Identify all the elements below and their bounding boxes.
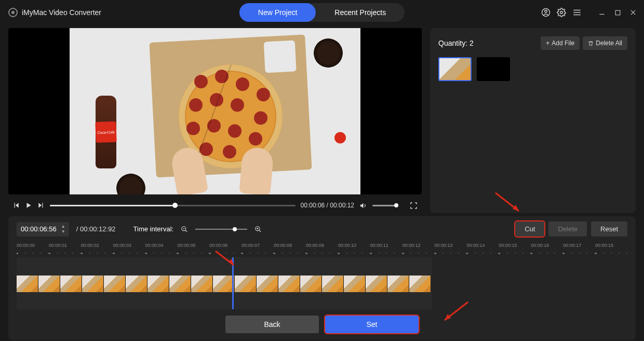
filmstrip-frame <box>38 276 60 292</box>
quantity-label: Quantity: 2 <box>438 39 474 47</box>
tab-new-project[interactable]: New Project <box>239 3 316 22</box>
ruler-tick: 00:00:11 <box>370 243 403 255</box>
filmstrip-frame <box>322 276 344 292</box>
ruler-tick: 00:00:16 <box>531 243 563 255</box>
titlebar: iMyMac Video Converter New Project Recen… <box>0 0 644 25</box>
time-step-down[interactable]: ▼ <box>60 229 67 234</box>
ruler-tick: 00:00:07 <box>242 243 274 255</box>
delete-button[interactable]: Delete <box>548 221 587 237</box>
progress-thumb[interactable] <box>172 203 178 208</box>
clip-thumbnail-1[interactable] <box>438 57 472 81</box>
window-controls <box>541 8 638 17</box>
filmstrip-frame <box>213 276 235 292</box>
fullscreen-icon[interactable] <box>410 202 418 209</box>
interval-thumb[interactable] <box>233 227 237 231</box>
time-step-up[interactable]: ▲ <box>60 224 67 229</box>
annotation-arrow-3 <box>493 190 524 216</box>
time-input-value: 00:00:06:56 <box>21 225 57 233</box>
total-duration: / 00:00:12:92 <box>76 225 116 233</box>
interval-label: Time interval: <box>133 225 174 233</box>
time-input[interactable]: 00:00:06:56 ▲ ▼ <box>17 222 69 237</box>
zoom-out-icon[interactable] <box>181 226 188 233</box>
filmstrip-frame <box>17 276 38 292</box>
bottle-label: Coca-Cola <box>95 121 116 142</box>
ruler-tick: 00:00:18 <box>595 243 627 255</box>
ruler-tick: 00:00:15 <box>499 243 531 255</box>
svg-line-14 <box>259 230 261 232</box>
filmstrip-frame <box>60 276 82 292</box>
ruler-tick: 00:00:14 <box>466 243 499 255</box>
svg-rect-7 <box>615 10 620 15</box>
add-file-button[interactable]: + Add File <box>541 36 580 50</box>
video-preview[interactable]: Coca-Cola <box>8 28 422 194</box>
ruler-tick: 00:00:02 <box>81 243 113 255</box>
filmstrip-frame <box>300 276 322 292</box>
menu-icon[interactable] <box>572 8 582 17</box>
filmstrip-frame <box>104 276 126 292</box>
filmstrip-frame <box>257 276 278 292</box>
filmstrip-frame <box>126 276 147 292</box>
filmstrip-frame <box>82 276 104 292</box>
annotation-arrow-1 <box>213 248 239 269</box>
volume-track[interactable] <box>372 205 398 206</box>
app-logo-icon <box>8 8 18 17</box>
next-frame-button[interactable] <box>37 202 45 209</box>
tab-recent-projects[interactable]: Recent Projects <box>316 3 405 22</box>
preview-column: Coca-Cola 00:00:06 / 00:00:12 <box>8 28 422 213</box>
ruler-tick: 00:00:17 <box>563 243 595 255</box>
time-display: 00:00:06 / 00:00:12 <box>301 202 354 209</box>
volume-icon[interactable] <box>359 202 367 209</box>
svg-line-11 <box>185 230 187 232</box>
ruler-tick: 00:00:00 <box>17 243 49 255</box>
filmstrip-frame <box>235 276 257 292</box>
ruler-tick: 00:00:04 <box>145 243 178 255</box>
ruler-tick: 00:00:08 <box>274 243 306 255</box>
filmstrip-frame <box>344 276 366 292</box>
filmstrip <box>17 276 431 292</box>
trash-icon <box>588 41 594 46</box>
ruler-tick: 00:00:01 <box>49 243 81 255</box>
ruler-tick: 00:00:03 <box>113 243 145 255</box>
filmstrip-frame <box>191 276 213 292</box>
prev-frame-button[interactable] <box>12 202 20 209</box>
zoom-in-icon[interactable] <box>254 226 262 233</box>
account-icon[interactable] <box>541 8 551 17</box>
close-icon[interactable] <box>628 8 638 17</box>
video-frame-content: Coca-Cola <box>70 28 360 194</box>
delete-all-button[interactable]: Delete All <box>583 36 627 50</box>
ruler-tick: 00:00:05 <box>177 243 209 255</box>
minimize-icon[interactable] <box>597 8 607 17</box>
svg-point-2 <box>560 11 563 14</box>
ruler-tick: 00:00:10 <box>338 243 370 255</box>
filmstrip-frame <box>278 276 300 292</box>
interval-slider[interactable] <box>195 229 247 230</box>
ruler-tick: 00:00:12 <box>403 243 435 255</box>
timeline-editor: 00:00:06:56 ▲ ▼ / 00:00:12:92 Time inter… <box>8 216 636 340</box>
app-title: iMyMac Video Converter <box>22 8 101 17</box>
svg-point-1 <box>545 10 547 13</box>
progress-fill <box>50 205 172 206</box>
filmstrip-frame <box>147 276 169 292</box>
tab-group: New Project Recent Projects <box>239 3 405 22</box>
ruler-tick: 00:00:09 <box>306 243 338 255</box>
clip-thumbnail-2[interactable] <box>477 57 510 81</box>
plus-icon: + <box>546 40 549 47</box>
app-title-group: iMyMac Video Converter <box>8 8 101 17</box>
filmstrip-frame <box>409 276 431 292</box>
time-ruler: 00:00:0000:00:0100:00:0200:00:0300:00:04… <box>17 243 627 255</box>
maximize-icon[interactable] <box>613 8 622 17</box>
player-controls: 00:00:06 / 00:00:12 <box>8 194 422 213</box>
set-button[interactable]: Set <box>325 316 419 333</box>
play-button[interactable] <box>25 202 32 209</box>
gear-icon[interactable] <box>557 8 566 17</box>
clip-list-panel: Quantity: 2 + Add File Delete All <box>430 28 636 213</box>
reset-button[interactable]: Reset <box>591 221 627 237</box>
filmstrip-frame <box>387 276 409 292</box>
ruler-tick: 00:00:13 <box>435 243 467 255</box>
progress-track[interactable] <box>50 205 296 206</box>
back-button[interactable]: Back <box>225 316 319 333</box>
filmstrip-frame <box>169 276 191 292</box>
annotation-arrow-2 <box>439 299 471 325</box>
volume-thumb[interactable] <box>394 203 398 207</box>
cut-button[interactable]: Cut <box>515 221 544 237</box>
